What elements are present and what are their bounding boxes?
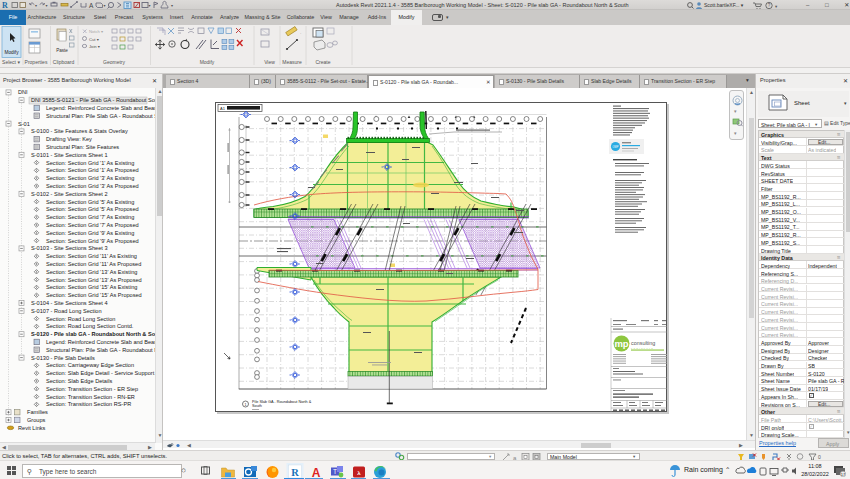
svg-text:Groups: Groups	[27, 417, 46, 423]
svg-text:OMP: OMP	[613, 145, 619, 149]
svg-text:Section: Section Grid '13' As: Section: Section Grid '13' As Existing	[46, 269, 137, 275]
svg-text:Section: Section Grid '11' As: Section: Section Grid '11' As Proposed	[46, 261, 141, 267]
svg-text:Structural Plan: Pile Slab GA: Structural Plan: Pile Slab GA - Roundabo…	[46, 347, 155, 353]
svg-text:▾: ▾	[775, 4, 778, 9]
svg-text:Structural Plan: Pile Slab GA: Structural Plan: Pile Slab GA - Roundabo…	[46, 113, 155, 119]
svg-text:Section: Section Grid '9' As P: Section: Section Grid '9' As Proposed	[46, 238, 139, 244]
svg-text:▾: ▾	[104, 3, 106, 8]
svg-text:DNI: DNI	[18, 89, 28, 95]
svg-text:Section: Section Grid '9' As E: Section: Section Grid '9' As Existing	[46, 230, 134, 236]
svg-text:Section: Section Grid '11' As: Section: Section Grid '11' As Existing	[46, 253, 137, 259]
svg-text:Section: Section Grid '3' As E: Section: Section Grid '3' As Existing	[46, 175, 134, 181]
svg-text:Section: Section Grid '13' As: Section: Section Grid '13' As Proposed	[46, 277, 142, 283]
svg-text:Section: Section Grid '7' As E: Section: Section Grid '7' As Existing	[46, 214, 134, 220]
svg-text:Section: Carriageway Edge Sect: Section: Carriageway Edge Section	[46, 362, 134, 368]
svg-text:consulting: consulting	[631, 340, 655, 346]
svg-text:mp: mp	[614, 338, 628, 349]
svg-text:Section: Section Grid '15' As: Section: Section Grid '15' As Existing	[46, 284, 137, 290]
svg-text:1: 1	[245, 403, 247, 407]
svg-text:Section: Road Long Section: Section: Road Long Section	[46, 316, 115, 322]
svg-text:▾: ▾	[171, 3, 173, 8]
svg-text:Section: Section Grid '5' As P: Section: Section Grid '5' As Proposed	[46, 206, 139, 212]
svg-text:R: R	[291, 467, 299, 478]
svg-text:Section: Transition Section -: Section: Transition Section - ER Step	[46, 386, 138, 392]
svg-text:Revit Links: Revit Links	[18, 425, 46, 431]
svg-text:S-0104 - Site Sections Sheet 4: S-0104 - Site Sections Sheet 4	[31, 300, 108, 306]
svg-text:▾: ▾	[35, 3, 37, 8]
svg-text:Drafting View: Key: Drafting View: Key	[46, 136, 92, 142]
svg-text:Section: Slab Edge Detail - Se: Section: Slab Edge Detail - Service Supp…	[46, 370, 155, 376]
svg-text:R: R	[2, 1, 8, 10]
svg-text:Section: Transition Section -: Section: Transition Section - RN-ER	[46, 394, 135, 400]
svg-text:S-0102 - Site Sections Sheet 2: S-0102 - Site Sections Sheet 2	[31, 191, 108, 197]
svg-text:Section: Section Grid '3' As P: Section: Section Grid '3' As Proposed	[46, 183, 139, 189]
svg-text:Legend: Reinforced Concrete Sl: Legend: Reinforced Concrete Slab and Bea…	[46, 339, 155, 345]
svg-text:Legend: Reinforced Concrete Sl: Legend: Reinforced Concrete Slab and Bea…	[46, 105, 155, 111]
svg-text:Families: Families	[27, 409, 48, 415]
svg-text:Cut ▾: Cut ▾	[89, 37, 100, 42]
svg-text:17: 17	[841, 472, 846, 477]
svg-text:S-0120 - Pile slab GA - Rounda: S-0120 - Pile slab GA - Roundabout North…	[31, 331, 155, 337]
svg-text:A1: A1	[220, 106, 226, 111]
svg-text:Section: Section Grid '1' As P: Section: Section Grid '1' As Proposed	[46, 167, 139, 173]
svg-text:▾: ▾	[46, 3, 48, 8]
svg-text:A: A	[89, 2, 94, 9]
svg-text:Section: Transition Section RS: Section: Transition Section RS-PR	[46, 401, 131, 407]
svg-text:Section: Section Grid '1' As E: Section: Section Grid '1' As Existing	[46, 160, 134, 166]
svg-text:S-0103 - Site Sections Sheet 3: S-0103 - Site Sections Sheet 3	[31, 245, 108, 251]
svg-text:?: ?	[768, 3, 771, 8]
svg-text:Modify: Modify	[4, 50, 19, 55]
svg-text:T: T	[333, 468, 337, 475]
svg-text:S-0130 - Pile Slab Details: S-0130 - Pile Slab Details	[31, 355, 95, 361]
svg-text:Section: Slab Edge Details: Section: Slab Edge Details	[46, 378, 112, 384]
svg-text:S-0101 - Site Sections Sheet 1: S-0101 - Site Sections Sheet 1	[31, 152, 108, 158]
svg-text:▾: ▾	[149, 3, 151, 8]
svg-text:South: South	[252, 404, 262, 408]
svg-text:S-0100 - Site Features & Stats: S-0100 - Site Features & Stats Overlay	[31, 128, 128, 134]
svg-text:A: A	[312, 466, 321, 479]
svg-text:Join ▾: Join ▾	[89, 44, 101, 49]
svg-text:Section: Section Grid '15' As: Section: Section Grid '15' As Proposed	[46, 292, 142, 298]
svg-text:Section: Section Grid '5' As E: Section: Section Grid '5' As Existing	[46, 199, 134, 205]
svg-text:Section: Road Long Section Con: Section: Road Long Section Contd.	[46, 323, 134, 329]
svg-text:Notch ▾: Notch ▾	[89, 29, 104, 34]
svg-text:engineers: engineers	[631, 347, 654, 349]
svg-text:Section: Section Grid '7' As P: Section: Section Grid '7' As Proposed	[46, 222, 139, 228]
svg-text:Pile Slab GA - Roundabout Nor: Pile Slab GA - Roundabout North &	[252, 400, 312, 404]
svg-text:Structural Plan: Site Features: Structural Plan: Site Features	[46, 144, 119, 150]
svg-text:Paste: Paste	[56, 48, 68, 53]
svg-text:DNI 3585-S-0121 - Pile Slab GA: DNI 3585-S-0121 - Pile Slab GA - Roundab…	[31, 97, 155, 103]
svg-text:S-01: S-01	[18, 121, 30, 127]
svg-text:S-0107 - Road Long Section: S-0107 - Road Long Section	[31, 308, 102, 314]
svg-text:·: ·	[300, 31, 302, 36]
